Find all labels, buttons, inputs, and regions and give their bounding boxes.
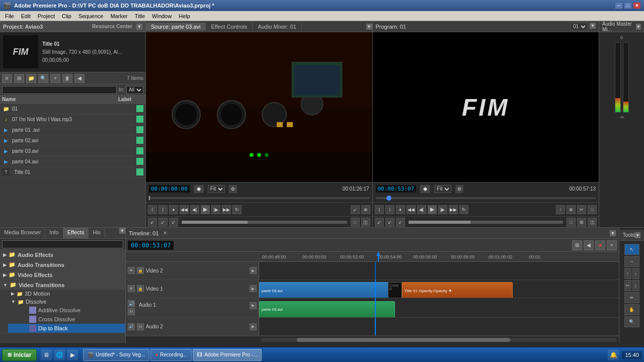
prog-trim[interactable]: ✂ — [577, 205, 586, 214]
prog-ctrl-b[interactable]: ↙ — [385, 218, 394, 227]
tools-menu[interactable]: ▼ — [634, 232, 640, 238]
tool-ripple[interactable]: ↔ — [624, 256, 639, 267]
new-bin-button[interactable]: 📁 — [26, 74, 36, 83]
audio1-lock[interactable]: M — [128, 308, 135, 315]
prog-ctrl-d[interactable]: □ — [567, 218, 576, 227]
video2-expand[interactable]: ▶ — [250, 267, 257, 274]
video1-expand[interactable]: ▶ — [250, 285, 257, 292]
icon-view-button[interactable]: ⊞ — [14, 74, 24, 83]
audio1-eye[interactable]: 🔊 — [128, 300, 135, 307]
timeline-scrollbar[interactable] — [126, 336, 619, 343]
source-step-fwd[interactable]: |▶ — [211, 205, 220, 214]
source-loop[interactable]: ↻ — [232, 205, 242, 214]
ie-icon[interactable]: 🌐 — [54, 349, 65, 360]
dip-to-black-item[interactable]: Dip to Black — [8, 324, 125, 333]
additive-dissolve-item[interactable]: Additive Dissolve — [8, 306, 125, 315]
tab-effects[interactable]: Effects — [63, 228, 89, 238]
source-goto-out[interactable]: ⟩ — [158, 205, 168, 214]
source-scrubber[interactable] — [146, 195, 372, 202]
prog-loop[interactable]: ↻ — [459, 205, 468, 214]
source-tab-effects[interactable]: Effect Controls — [206, 23, 253, 31]
source-ctrl-e[interactable]: ◫ — [361, 218, 370, 227]
source-fit-dropdown[interactable]: Fit — [208, 185, 225, 193]
program-settings-button[interactable]: ⚙ — [455, 185, 463, 193]
prog-extract[interactable]: ⊗ — [567, 205, 576, 214]
new-item-button[interactable]: + — [50, 74, 60, 83]
menu-marker[interactable]: Marker — [107, 12, 130, 20]
program-fit-dropdown[interactable]: Fit — [434, 185, 451, 193]
program-marker-button[interactable]: ◆ — [420, 185, 430, 193]
media-icon[interactable]: ▶ — [67, 349, 78, 360]
source-ffwd[interactable]: ▶▶ — [222, 205, 231, 214]
video1-clip-1[interactable]: parte 03.avi — [259, 282, 390, 298]
menu-title[interactable]: Title — [132, 12, 148, 20]
tool-rate[interactable]: ↓ — [632, 268, 639, 279]
prog-ctrl-a[interactable]: ↙ — [375, 218, 384, 227]
menu-file[interactable]: File — [2, 12, 17, 20]
file-row[interactable]: ▶ parte 01 .avi — [0, 125, 145, 135]
effects-search-input[interactable] — [2, 240, 123, 248]
prog-ffwd[interactable]: ▶▶ — [449, 205, 458, 214]
source-add-marker[interactable]: ♦ — [169, 205, 178, 214]
tool-razor[interactable]: ✂ — [624, 280, 631, 291]
taskbar-app-recording[interactable]: ● Recording... — [150, 349, 192, 361]
source-play[interactable]: ▶ — [201, 205, 210, 214]
file-row[interactable]: ♪ 07 I'm Not Who I Was.mp3 — [0, 114, 145, 125]
close-button[interactable]: ✕ — [633, 2, 641, 9]
dissolve-header[interactable]: ▼ 📁 Dissolve — [8, 298, 125, 306]
source-ctrl-d[interactable]: □ — [351, 218, 360, 227]
tool-hand[interactable]: ✋ — [624, 304, 639, 315]
prog-add-marker[interactable]: ♦ — [396, 205, 405, 214]
tl-btn-2[interactable]: ◀ — [584, 240, 594, 250]
search-button[interactable]: 🔍 — [38, 74, 48, 83]
video2-lock[interactable]: 🔒 — [137, 267, 144, 274]
cross-dissolve-item[interactable]: Cross Dissolve — [8, 315, 125, 324]
audio2-lock[interactable]: M — [137, 323, 144, 330]
taskbar-app-sony[interactable]: 🎬 Untitled* - Sony Veg... — [83, 349, 149, 361]
file-row[interactable]: ▶ parte 02.avi — [0, 135, 145, 146]
video-transitions-header[interactable]: ▼ 📁 Video Transitions — [0, 280, 125, 290]
prog-goto-in[interactable]: ⟨ — [375, 205, 384, 214]
source-tab-video[interactable]: Source: parte 03.avi — [146, 23, 206, 31]
program-panel-menu[interactable]: ▼ — [590, 23, 596, 29]
source-ctrl-c[interactable]: ↙ — [169, 218, 178, 227]
tl-btn-4[interactable]: + — [607, 240, 617, 250]
video2-content[interactable] — [259, 262, 619, 280]
source-step-back[interactable]: ◀| — [190, 205, 199, 214]
prog-play[interactable]: ▶ — [428, 205, 437, 214]
audio-master-menu[interactable]: ▼ — [636, 24, 641, 30]
show-desktop-icon[interactable]: 🖥 — [41, 349, 52, 360]
tl-btn-1[interactable]: ⊞ — [572, 240, 582, 250]
file-row[interactable]: ▶ parte 04.avi — [0, 156, 145, 167]
source-insert[interactable]: ↙ — [351, 205, 360, 214]
menu-clip[interactable]: Clip — [59, 12, 74, 20]
prog-lift[interactable]: ↑ — [556, 205, 565, 214]
audio2-eye[interactable]: 🔊 — [128, 323, 135, 330]
maximize-button[interactable]: □ — [624, 2, 632, 9]
source-settings-button[interactable]: ⚙ — [229, 185, 237, 193]
video1-eye[interactable]: 👁 — [128, 285, 135, 292]
program-dropdown[interactable]: 01 — [571, 23, 588, 31]
scroll-thumb[interactable] — [297, 338, 510, 342]
audio-transitions-header[interactable]: ▶ 📁 Audio Transitions — [0, 260, 125, 269]
file-row[interactable]: 📁 01 — [0, 104, 145, 114]
notification-icon[interactable]: 🔔 — [608, 349, 619, 360]
menu-edit[interactable]: Edit — [18, 12, 34, 20]
prog-goto-out[interactable]: ⟩ — [385, 205, 394, 214]
list-view-button[interactable]: ≡ — [2, 74, 12, 83]
source-volume-bar[interactable] — [182, 221, 347, 224]
start-button[interactable]: ⊞ Iniciar — [2, 349, 37, 361]
video-effects-header[interactable]: ▶ 📁 Video Effects — [0, 270, 125, 280]
menu-sequence[interactable]: Sequence — [75, 12, 107, 20]
menu-window[interactable]: Window — [149, 12, 175, 20]
source-tab-audio[interactable]: Audio Mixer: 01 — [253, 23, 301, 31]
taskbar-app-premiere[interactable]: 🎞 Adobe Premiere Pro -... — [193, 349, 262, 361]
scroll-track[interactable] — [261, 338, 617, 342]
prog-step-fwd[interactable]: |▶ — [438, 205, 447, 214]
tab-history[interactable]: His — [89, 228, 105, 238]
video1-clip-title[interactable]: Title 01 Opacity:Opacity ▼ — [402, 282, 513, 298]
back-button[interactable]: ◀ — [74, 74, 85, 83]
source-overwrite[interactable]: ⊕ — [361, 205, 370, 214]
project-search-input[interactable] — [2, 86, 117, 94]
project-panel-close[interactable]: ▼ — [136, 24, 142, 30]
